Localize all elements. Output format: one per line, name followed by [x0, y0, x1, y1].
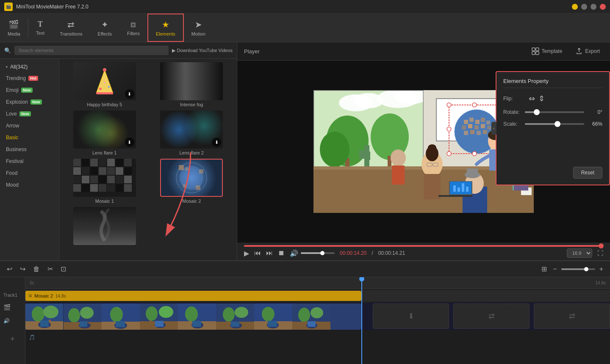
download-lensflare1-btn[interactable]: ⬇ [125, 138, 134, 147]
aspect-ratio-select[interactable]: 16:9 9:16 1:1 4:3 [567, 248, 592, 258]
scale-slider[interactable] [525, 123, 584, 125]
add-track-btn[interactable]: + [0, 328, 25, 350]
toolbar-motion[interactable]: ➤ Motion [184, 14, 213, 42]
sidebar-item-emoji[interactable]: Emoji New [0, 84, 59, 96]
current-time: 00:00:14.20 [340, 250, 366, 256]
sidebar-item-explosion[interactable]: Explosion New [0, 96, 59, 108]
elements-label: Elements [156, 31, 175, 36]
fullscreen-btn[interactable]: ⛶ [597, 250, 603, 256]
zoom-slider[interactable] [561, 268, 595, 270]
stop-btn[interactable]: ⏹ [278, 249, 285, 257]
clip-duration: 14.8s [55, 294, 66, 298]
empty-slot-2[interactable]: ⇄ [453, 303, 530, 329]
redo-btn[interactable]: ↪ [18, 263, 27, 275]
reset-button[interactable]: Reset [573, 167, 602, 179]
volume-slider[interactable] [301, 252, 335, 254]
flip-vertical-btn[interactable]: ⇕ [538, 94, 545, 103]
sidebar-item-business[interactable]: Business [0, 143, 59, 155]
maximize-btn[interactable]: ▢ [591, 4, 596, 10]
svg-rect-24 [99, 176, 106, 183]
video-clip[interactable] [25, 303, 361, 330]
grid-item-mosaic2[interactable]: Mosaic 2 [150, 159, 234, 204]
element-clip[interactable]: ⧉ Mosaic 2 14.8s [25, 291, 361, 301]
svg-rect-44 [532, 52, 535, 55]
zoom-out-btn[interactable]: − [551, 264, 558, 275]
progress-thumb[interactable] [599, 243, 604, 248]
cut-btn[interactable]: ✂ [46, 263, 55, 275]
template-label: Template [542, 48, 563, 54]
template-button[interactable]: Template [528, 46, 566, 57]
svg-rect-22 [82, 176, 89, 183]
close-btn[interactable]: ✕ [600, 4, 606, 10]
grid-item-lensflare2[interactable]: ⬇ Lens flare 2 [150, 110, 234, 155]
svg-point-166 [262, 307, 274, 321]
svg-rect-112 [462, 183, 464, 192]
svg-point-4 [108, 86, 110, 88]
search-input[interactable] [14, 46, 169, 55]
grid-item-smoke[interactable] [63, 207, 147, 247]
mood-label: Mood [6, 182, 19, 188]
flip-horizontal-btn[interactable]: ⇔ [529, 94, 535, 103]
svg-rect-19 [116, 167, 123, 175]
mosaic2-thumb [160, 159, 223, 197]
toolbar-effects[interactable]: ✦ Effects [90, 14, 119, 42]
toolbar-media[interactable]: 🎬 Media [0, 14, 28, 42]
download-lensflare2-btn[interactable]: ⬇ [212, 138, 221, 147]
toolbar: 🎬 Media T Text ⇄ Transitions ✦ Effects ⧈… [0, 14, 610, 42]
smoke-svg [73, 207, 136, 245]
volume-icon[interactable]: 🔊 [290, 249, 298, 257]
love-label: Love [6, 111, 17, 117]
export-button[interactable]: Export [572, 46, 603, 56]
vframe-7 [254, 303, 292, 330]
grid-item-lensflare1[interactable]: ⬇ Lens flare 1 [63, 110, 147, 155]
minimize-btn[interactable]: — [581, 4, 587, 10]
toolbar-transitions[interactable]: ⇄ Transitions [52, 14, 90, 42]
sidebar-item-trending[interactable]: Trending Hot [0, 72, 59, 84]
settings-btn[interactable]: ⚙ [572, 4, 578, 10]
svg-rect-42 [532, 48, 535, 51]
grid-item-mosaic1[interactable]: Mosaic 1 [63, 159, 147, 204]
sidebar-item-love[interactable]: Love New [0, 108, 59, 120]
download-birthday-btn[interactable]: ⬇ [125, 89, 134, 99]
empty-slot-1[interactable]: ⬇ [373, 303, 449, 329]
vframe4-svg [140, 303, 178, 330]
empty-slot-3[interactable]: ⇄ [534, 303, 610, 329]
sidebar-item-mood[interactable]: Mood [0, 179, 59, 191]
toolbar-elements[interactable]: ★ Elements [147, 14, 184, 42]
grid-item-fog[interactable]: Intense fog [150, 62, 234, 107]
scale-fill [525, 123, 557, 125]
sidebar-item-food[interactable]: Food [0, 167, 59, 179]
prev-btn[interactable]: ⏮ [254, 249, 261, 257]
play-btn[interactable]: ▶ [244, 249, 249, 257]
svg-rect-38 [185, 167, 189, 171]
toolbar-filters[interactable]: ⧈ Filters [119, 14, 147, 42]
business-label: Business [6, 146, 27, 152]
basic-label: Basic [6, 135, 18, 141]
sidebar-item-basic[interactable]: Basic [0, 132, 59, 143]
next-btn[interactable]: ⏭ [266, 249, 273, 257]
svg-point-127 [43, 306, 58, 318]
download-youtube-btn[interactable]: ▶ Download YouTube Videos [172, 48, 233, 53]
progress-bar[interactable] [244, 245, 603, 247]
toolbar-text[interactable]: T Text [28, 14, 52, 42]
delete-btn[interactable]: 🗑 [31, 264, 42, 275]
vframe-1 [25, 303, 64, 330]
sidebar-item-festival[interactable]: Festival [0, 155, 59, 167]
panel-toggle-btn[interactable]: ‹ [491, 122, 496, 135]
timeline: ↩ ↪ 🗑 ✂ ⊡ ⊞ − + Track1 [0, 260, 610, 364]
svg-marker-0 [96, 70, 113, 93]
zoom-in-btn[interactable]: + [598, 264, 605, 275]
grid-item-birthday[interactable]: ⬇ Happy birthday 5 [63, 62, 147, 107]
crop-btn[interactable]: ⊡ [59, 263, 68, 275]
zoom-fit-btn[interactable]: ⊞ [540, 263, 549, 275]
svg-point-1 [103, 68, 106, 72]
sidebar-item-arrow[interactable]: Arrow [0, 120, 59, 132]
undo-btn[interactable]: ↩ [5, 263, 14, 275]
rotate-slider[interactable] [525, 111, 584, 113]
swap-slot-icon: ⇄ [488, 312, 495, 321]
mosaic1-thumb [73, 159, 136, 197]
svg-point-133 [68, 308, 80, 323]
vframe-6 [216, 303, 254, 330]
app-icon: 🎬 [4, 3, 13, 11]
sidebar-all-header[interactable]: ▼ All(342) [0, 61, 59, 72]
